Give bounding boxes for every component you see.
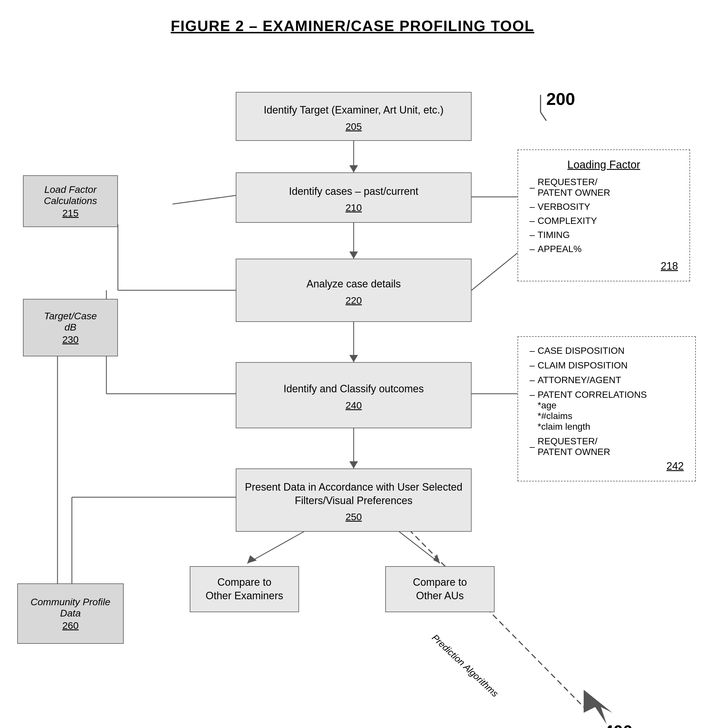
- svg-marker-1: [349, 165, 358, 172]
- box-250-number: 250: [346, 511, 362, 523]
- compare-examiners-box: Compare to Other Examiners: [190, 566, 299, 612]
- loading-factor-box: Loading Factor – REQUESTER/ PATENT OWNER…: [518, 149, 690, 282]
- box-240-label: Identify and Classify outcomes: [278, 379, 430, 399]
- svg-marker-29: [584, 690, 612, 724]
- box-260-number: 260: [62, 620, 79, 631]
- outcome-item-2: –ATTORNEY/AGENT: [530, 375, 684, 386]
- svg-marker-3: [349, 251, 358, 259]
- box-230-label: Target/Case dB: [44, 311, 97, 333]
- outcomes-number: 242: [530, 460, 684, 472]
- box-260: Community Profile Data 260: [17, 584, 124, 644]
- box-250-label: Present Data in Accordance with User Sel…: [236, 478, 471, 510]
- lf-item-2: – COMPLEXITY: [530, 215, 678, 226]
- svg-marker-9: [247, 555, 257, 563]
- compare-aus-label: Compare to Other AUs: [407, 573, 473, 605]
- box-220-number: 220: [346, 295, 362, 306]
- lf-item-3: – TIMING: [530, 230, 678, 240]
- box-220-label: Analyze case details: [301, 274, 407, 294]
- outcome-item-1: –CLAIM DISPOSITION: [530, 360, 684, 371]
- box-215-label: Load Factor Calculations: [44, 184, 97, 207]
- box-230-number: 230: [62, 334, 79, 345]
- outcome-item-3: – PATENT CORRELATIONS *age *#claims *cla…: [530, 389, 684, 432]
- outcome-item-0: –CASE DISPOSITION: [530, 345, 684, 356]
- box-250: Present Data in Accordance with User Sel…: [236, 468, 472, 532]
- svg-line-12: [172, 195, 236, 204]
- outcomes-box: –CASE DISPOSITION –CLAIM DISPOSITION –AT…: [518, 336, 696, 481]
- loading-factor-title: Loading Factor: [530, 159, 678, 171]
- compare-examiners-label: Compare to Other Examiners: [200, 573, 289, 605]
- svg-line-25: [402, 523, 589, 713]
- box-210-label: Identify cases – past/current: [283, 182, 424, 201]
- outcome-item-4: – REQUESTER/ PATENT OWNER: [530, 436, 684, 457]
- box-240-number: 240: [346, 400, 362, 411]
- lf-item-0: – REQUESTER/ PATENT OWNER: [530, 177, 678, 198]
- svg-line-27: [540, 112, 552, 121]
- box-230: Target/Case dB 230: [23, 299, 118, 356]
- box-210: Identify cases – past/current 210: [236, 172, 472, 223]
- box-220: Analyze case details 220: [236, 259, 472, 322]
- loading-factor-number: 218: [530, 260, 678, 272]
- svg-marker-7: [349, 461, 358, 468]
- lf-item-4: – APPEAL%: [530, 244, 678, 254]
- box-210-number: 210: [346, 202, 362, 213]
- box-205-label: Identify Target (Examiner, Art Unit, etc…: [258, 101, 449, 120]
- box-205: Identify Target (Examiner, Art Unit, etc…: [236, 92, 472, 141]
- box-240: Identify and Classify outcomes 240: [236, 362, 472, 428]
- box-215: Load Factor Calculations 215: [23, 175, 118, 227]
- lf-item-1: – VERBOSITY: [530, 201, 678, 212]
- box-215-number: 215: [62, 208, 79, 219]
- box-205-number: 205: [346, 121, 362, 132]
- svg-marker-11: [433, 554, 440, 563]
- box-260-label: Community Profile Data: [30, 597, 110, 619]
- compare-aus-box: Compare to Other AUs: [385, 566, 495, 612]
- page-title: FIGURE 2 – EXAMINER/CASE PROFILING TOOL: [0, 17, 705, 35]
- svg-marker-5: [349, 355, 358, 362]
- prediction-algorithms-label: Prediction Algorithms: [430, 632, 500, 699]
- svg-line-16: [472, 253, 518, 290]
